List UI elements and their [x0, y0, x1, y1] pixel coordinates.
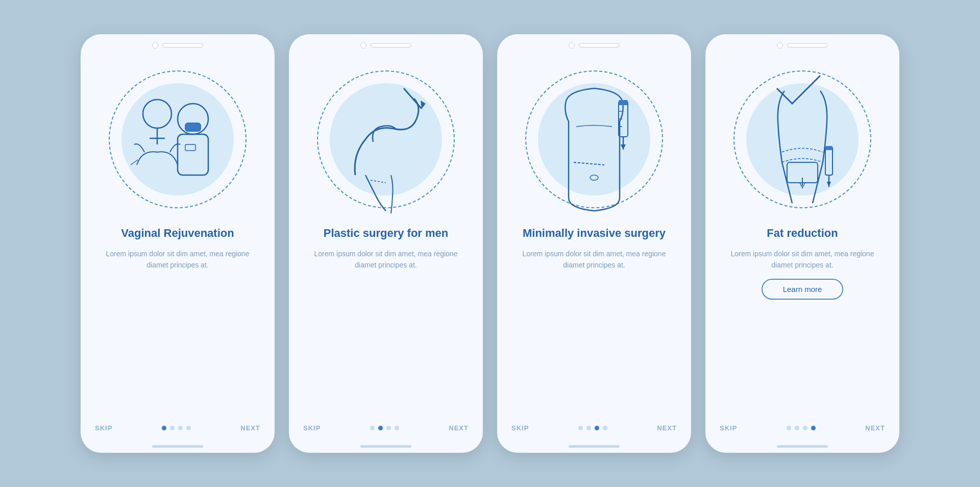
card-title-3: Minimally invasive surgery [523, 226, 666, 241]
card-footer-3: SKIP NEXT [497, 418, 691, 442]
card-content-3: Minimally invasive surgery Lorem ipsum d… [497, 226, 691, 418]
dot-1-1 [162, 426, 166, 430]
camera-icon-3 [569, 42, 575, 48]
card-content-4: Fat reduction Lorem ipsum dolor sit dim … [705, 226, 899, 418]
fat-reduction-icon [741, 60, 864, 218]
card-footer-2: SKIP NEXT [289, 418, 483, 442]
phone-top-bar-4 [705, 34, 899, 53]
svg-rect-1 [185, 123, 201, 131]
camera-icon-1 [152, 42, 158, 48]
illustration-area-2 [294, 53, 478, 226]
phone-card-3: Minimally invasive surgery Lorem ipsum d… [497, 34, 691, 453]
home-bar-1 [152, 445, 203, 448]
dot-2-3 [386, 426, 391, 430]
card-content-1: Vaginal Rejuvenation Lorem ipsum dolor s… [81, 226, 275, 418]
phone-card-1: Vaginal Rejuvenation Lorem ipsum dolor s… [81, 34, 275, 453]
card-description-2: Lorem ipsum dolor sit dim amet, mea regi… [303, 248, 469, 271]
card-title-1: Vaginal Rejuvenation [121, 226, 234, 241]
illustration-area-4 [710, 53, 894, 226]
dot-4-1 [787, 426, 791, 430]
card-footer-1: SKIP NEXT [81, 418, 275, 442]
dot-3-4 [603, 426, 607, 430]
svg-marker-13 [621, 144, 626, 150]
phone-top-bar-3 [497, 34, 691, 53]
speaker-bar-3 [579, 43, 620, 47]
camera-icon-2 [360, 42, 366, 48]
dot-2-2 [378, 426, 383, 430]
skip-button-2[interactable]: SKIP [303, 424, 321, 432]
dots-4 [787, 426, 816, 430]
speaker-bar-2 [371, 43, 411, 47]
svg-line-8 [404, 88, 422, 109]
next-button-3[interactable]: NEXT [657, 424, 677, 432]
skip-button-1[interactable]: SKIP [95, 424, 112, 432]
phone-card-2: Plastic surgery for men Lorem ipsum dolo… [289, 34, 483, 453]
svg-rect-14 [619, 100, 628, 105]
svg-rect-20 [825, 147, 832, 175]
illustration-area-3 [502, 53, 686, 226]
learn-more-button[interactable]: Learn more [762, 279, 844, 300]
camera-icon-4 [777, 42, 783, 48]
card-title-4: Fat reduction [767, 226, 838, 241]
next-button-4[interactable]: NEXT [865, 424, 885, 432]
dots-1 [162, 426, 191, 430]
illustration-area-1 [86, 53, 270, 226]
svg-rect-3 [185, 144, 195, 151]
phone-top-bar-1 [81, 34, 275, 53]
skip-button-3[interactable]: SKIP [511, 424, 529, 432]
plastic-surgery-men-icon [325, 63, 447, 216]
dot-4-2 [795, 426, 799, 430]
svg-point-19 [590, 175, 598, 180]
dot-4-3 [803, 426, 807, 430]
card-description-1: Lorem ipsum dolor sit dim amet, mea regi… [95, 248, 260, 271]
dot-2-1 [370, 426, 375, 430]
home-bar-2 [360, 445, 411, 448]
dots-3 [578, 426, 607, 430]
dot-3-2 [586, 426, 591, 430]
dot-4-4 [811, 426, 816, 430]
dot-3-1 [578, 426, 583, 430]
next-button-2[interactable]: NEXT [449, 424, 469, 432]
svg-rect-2 [178, 134, 208, 175]
home-bar-4 [777, 445, 828, 448]
card-title-2: Plastic surgery for men [324, 226, 449, 241]
speaker-bar-1 [162, 43, 203, 47]
svg-line-10 [371, 180, 386, 183]
svg-rect-23 [825, 146, 832, 150]
speaker-bar-4 [787, 43, 828, 47]
dot-1-4 [186, 426, 191, 430]
next-button-1[interactable]: NEXT [240, 424, 260, 432]
dot-1-3 [178, 426, 183, 430]
minimally-invasive-icon [533, 60, 655, 218]
dot-2-4 [395, 426, 399, 430]
cards-container: Vaginal Rejuvenation Lorem ipsum dolor s… [60, 14, 920, 473]
svg-point-4 [143, 100, 172, 128]
card-description-3: Lorem ipsum dolor sit dim amet, mea regi… [511, 248, 677, 271]
svg-marker-22 [827, 182, 831, 187]
dot-1-2 [170, 426, 175, 430]
dots-2 [370, 426, 399, 430]
home-bar-3 [569, 445, 620, 448]
card-content-2: Plastic surgery for men Lorem ipsum dolo… [289, 226, 483, 418]
vaginal-rejuvenation-icon [116, 63, 239, 216]
dot-3-3 [595, 426, 599, 430]
skip-button-4[interactable]: SKIP [720, 424, 737, 432]
card-description-4: Lorem ipsum dolor sit dim amet, mea regi… [720, 248, 885, 271]
svg-line-18 [574, 162, 604, 165]
card-footer-4: SKIP NEXT [705, 418, 899, 442]
phone-top-bar-2 [289, 34, 483, 53]
phone-card-4: Fat reduction Lorem ipsum dolor sit dim … [705, 34, 899, 453]
